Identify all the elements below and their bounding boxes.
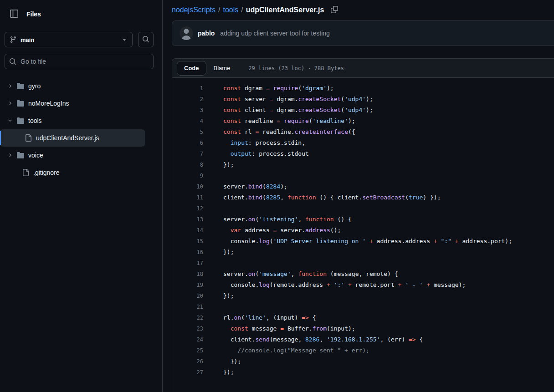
line-number[interactable]: 27 — [172, 367, 203, 378]
search-repo-button[interactable] — [138, 32, 154, 47]
code-token: const — [223, 85, 241, 92]
tree-folder-gyro[interactable]: gyro — [0, 77, 145, 95]
line-number[interactable]: 4 — [172, 116, 203, 127]
copy-path-button[interactable] — [328, 4, 340, 16]
line-number[interactable]: 23 — [172, 323, 203, 334]
code-token: ' - ' — [405, 281, 423, 288]
code-line: 19 console.log(remote.address + ':' + re… — [172, 280, 554, 290]
chevron-down-icon[interactable] — [7, 118, 13, 123]
code-line-text: client.send(message, 8286, '192.168.1.25… — [203, 334, 423, 345]
code-token — [223, 325, 231, 332]
code-line-text: server.on('listening', function () { — [203, 214, 352, 225]
code-line-text: input: process.stdin, — [203, 137, 305, 148]
line-number[interactable]: 2 — [172, 94, 203, 105]
code-line: 8}); — [172, 159, 554, 170]
github-code-view: Files main gyro — [0, 0, 554, 392]
code-token: address.port); — [459, 238, 512, 244]
tree-item-label: tools — [28, 117, 42, 124]
chevron-right-icon[interactable] — [7, 101, 13, 106]
tree-folder-voice[interactable]: voice — [0, 147, 145, 164]
code-token: }); — [223, 292, 234, 299]
tree-folder-tools[interactable]: tools — [0, 112, 145, 129]
tab-blame[interactable]: Blame — [206, 61, 238, 76]
folder-icon — [17, 82, 24, 90]
code-token: log — [259, 238, 269, 244]
line-number[interactable]: 15 — [172, 236, 203, 247]
code-line: 7 output: process.stdout — [172, 148, 554, 159]
code-token: (input); — [327, 325, 355, 332]
code-token: on — [248, 216, 256, 223]
line-number[interactable]: 17 — [172, 258, 203, 269]
code-line-text: }); — [203, 290, 234, 301]
line-number[interactable]: 1 — [172, 83, 203, 94]
line-number[interactable]: 20 — [172, 290, 203, 301]
code-token — [223, 139, 231, 146]
code-token: }); — [223, 369, 234, 376]
search-icon — [142, 36, 149, 44]
breadcrumb-segment[interactable]: nodejsScripts — [172, 6, 215, 14]
chevron-right-icon[interactable] — [7, 83, 13, 89]
code-token: createSocket — [298, 96, 341, 102]
code-line: 6 input: process.stdin, — [172, 137, 554, 148]
code-token: createSocket — [298, 107, 341, 113]
code-line-text: }); — [203, 367, 234, 378]
code-line-text: const dgram = require('dgram'); — [203, 83, 334, 94]
line-number[interactable]: 13 — [172, 214, 203, 225]
line-number[interactable]: 24 — [172, 334, 203, 345]
code-token: require — [284, 117, 309, 124]
code-token: (message, — [270, 336, 305, 343]
line-number[interactable]: 25 — [172, 345, 203, 356]
code-token: client — [241, 107, 270, 113]
line-number[interactable]: 10 — [172, 181, 203, 192]
code-line: 18server.on('message', function (message… — [172, 269, 554, 280]
sidebar-header: Files — [0, 0, 162, 20]
code-token: , (err) — [380, 336, 409, 343]
code-token: , — [280, 194, 287, 201]
code-token: const — [223, 128, 241, 135]
avatar[interactable] — [180, 26, 193, 40]
code-token: 'UDP Server listening on ' — [273, 238, 366, 244]
line-number[interactable]: 26 — [172, 356, 203, 367]
collapse-sidebar-button[interactable] — [8, 8, 20, 20]
line-number[interactable]: 12 — [172, 203, 203, 214]
line-number[interactable]: 3 — [172, 105, 203, 116]
line-number[interactable]: 8 — [172, 159, 203, 170]
code-line-text: const rl = readline.createInterface({ — [203, 127, 355, 137]
code-token: ({ — [348, 128, 355, 135]
line-number[interactable]: 7 — [172, 148, 203, 159]
code-token: send — [255, 336, 269, 343]
tab-code[interactable]: Code — [177, 61, 206, 76]
line-number[interactable]: 16 — [172, 247, 203, 258]
tree-file-udpClientAndServer.js[interactable]: udpClientAndServer.js — [0, 129, 145, 147]
code-token: 'dgram' — [302, 85, 327, 92]
line-number[interactable]: 22 — [172, 312, 203, 323]
commit-author[interactable]: pablo — [198, 30, 215, 37]
chevron-right-icon[interactable] — [7, 153, 13, 158]
branch-selector[interactable]: main — [5, 32, 133, 47]
code-token: () { client. — [316, 194, 363, 201]
line-number[interactable]: 18 — [172, 269, 203, 280]
commit-message[interactable]: adding udp client server tool for testin… — [220, 30, 329, 37]
goto-file-input[interactable] — [5, 54, 154, 69]
line-number[interactable]: 5 — [172, 127, 203, 137]
code-token — [223, 150, 231, 157]
line-number[interactable]: 6 — [172, 137, 203, 148]
code-token: address — [305, 227, 330, 234]
file-tree: gyronoMoreLogInstoolsudpClientAndServer.… — [0, 77, 162, 181]
code-token: '192.168.1.255' — [327, 336, 380, 343]
tree-file-.gitignore[interactable]: .gitignore — [0, 164, 145, 181]
code-token: , — [298, 216, 305, 223]
latest-commit-bar[interactable]: pablo adding udp client server tool for … — [172, 20, 554, 46]
code-line: 23 const message = Buffer.from(input); — [172, 323, 554, 334]
breadcrumb-segment[interactable]: tools — [223, 6, 239, 14]
tree-folder-noMoreLogIns[interactable]: noMoreLogIns — [0, 95, 145, 112]
code-token: readline — [241, 117, 277, 124]
line-number[interactable]: 14 — [172, 225, 203, 236]
line-number[interactable]: 9 — [172, 170, 203, 181]
line-number[interactable]: 21 — [172, 301, 203, 312]
code-token: ); — [327, 85, 334, 92]
line-number[interactable]: 11 — [172, 192, 203, 203]
code-line-text — [203, 258, 223, 269]
code-token — [280, 117, 284, 124]
line-number[interactable]: 19 — [172, 280, 203, 290]
